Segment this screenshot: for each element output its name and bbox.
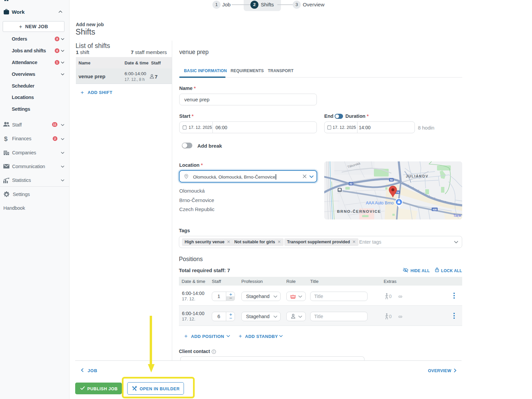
svg-text:BRNO-ČERNOVICE: BRNO-ČERNOVICE [337,209,381,213]
svg-text:74: 74 [396,191,399,194]
svg-text:JULIÁNOV: JULIÁNOV [406,174,429,178]
svg-text:42: 42 [349,182,352,185]
svg-text:50: 50 [390,179,393,182]
svg-text:Tank: Tank [453,213,462,217]
svg-text:AAA Auto Brno: AAA Auto Brno [366,201,394,205]
svg-text:430: 430 [433,208,437,211]
